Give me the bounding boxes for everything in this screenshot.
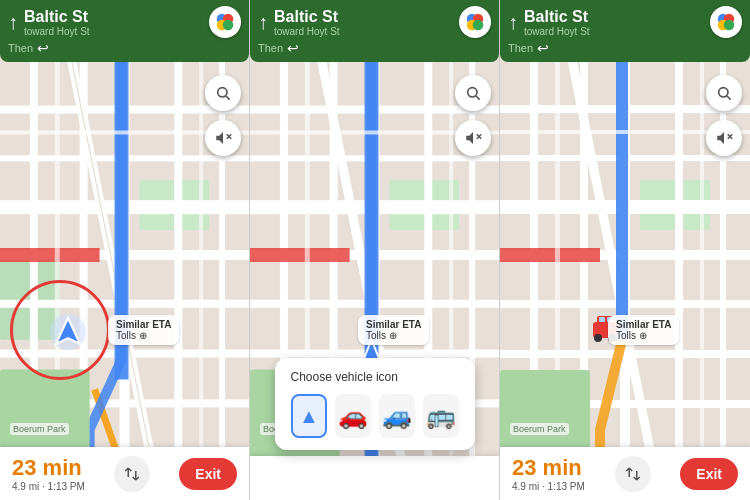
- turn-icon-mid: ↩: [287, 40, 299, 56]
- similar-eta-right: Similar ETA: [616, 319, 671, 330]
- svg-rect-82: [700, 0, 704, 500]
- vehicle-option-car[interactable]: 🚗: [335, 394, 371, 438]
- nav-header-right: ↑ Baltic St toward Hoyt St Then ↩: [500, 0, 750, 62]
- vehicle-option-suv[interactable]: 🚙: [379, 394, 415, 438]
- tolls-mid: Tolls ⊕: [366, 330, 421, 341]
- vehicle-chooser: Choose vehicle icon ▲ 🚗 🚙 🚌: [275, 358, 475, 450]
- svg-point-27: [223, 20, 234, 31]
- eta-time-left: 23 min: [12, 455, 85, 481]
- eta-detail-right: 4.9 mi · 1:13 PM: [512, 481, 585, 492]
- park-label-right: Boerum Park: [510, 423, 569, 435]
- up-arrow-icon: ↑: [8, 11, 18, 34]
- svg-rect-19: [0, 248, 100, 262]
- tolls-right: Tolls ⊕: [616, 330, 671, 341]
- svg-point-93: [724, 20, 735, 31]
- search-button-mid[interactable]: [455, 75, 491, 111]
- toward-label-mid: toward Hoyt St: [274, 26, 340, 37]
- mic-button-mid[interactable]: [459, 6, 491, 38]
- turn-icon-left: ↩: [37, 40, 49, 56]
- vehicle-options: ▲ 🚗 🚙 🚌: [291, 394, 459, 438]
- svg-rect-13: [174, 1, 182, 499]
- vehicle-option-arrow[interactable]: ▲: [291, 394, 328, 438]
- mute-button-left[interactable]: [205, 120, 241, 156]
- search-button-right[interactable]: [706, 75, 742, 111]
- svg-rect-79: [500, 248, 600, 262]
- mute-button-right[interactable]: [706, 120, 742, 156]
- street-name-left: Baltic St: [24, 8, 90, 26]
- then-label-left: Then: [8, 42, 33, 54]
- svg-point-94: [719, 88, 728, 97]
- eta-time-right: 23 min: [512, 455, 585, 481]
- search-button-left[interactable]: [205, 75, 241, 111]
- eta-info-right: 23 min 4.9 mi · 1:13 PM: [512, 455, 585, 492]
- route-card-mid: Similar ETA Tolls ⊕: [358, 315, 429, 345]
- svg-line-61: [476, 96, 480, 100]
- eta-info-left: 23 min 4.9 mi · 1:13 PM: [12, 455, 85, 492]
- vehicle-option-van[interactable]: 🚌: [423, 394, 459, 438]
- panel-left: ↑ Baltic St toward Hoyt St Then ↩: [0, 0, 250, 500]
- svg-rect-88: [599, 317, 605, 322]
- mute-button-mid[interactable]: [455, 120, 491, 156]
- eta-detail-left: 4.9 mi · 1:13 PM: [12, 481, 85, 492]
- svg-rect-50: [250, 248, 350, 262]
- bottom-bar-mid: [250, 456, 499, 500]
- svg-point-59: [473, 20, 484, 31]
- up-arrow-icon-right: ↑: [508, 11, 518, 34]
- bottom-bar-left: 23 min 4.9 mi · 1:13 PM Exit: [0, 447, 249, 500]
- svg-rect-23: [0, 370, 90, 460]
- svg-line-95: [727, 96, 731, 100]
- nav-arrow-left: [48, 312, 88, 356]
- similar-eta-left: Similar ETA: [116, 319, 171, 330]
- route-card-right: Similar ETA Tolls ⊕: [608, 315, 679, 345]
- svg-rect-22: [199, 1, 203, 499]
- svg-point-60: [468, 88, 477, 97]
- nav-header-left: ↑ Baltic St toward Hoyt St Then ↩: [0, 0, 249, 62]
- panel-middle: ↑ Baltic St toward Hoyt St Then ↩: [250, 0, 500, 500]
- svg-rect-76: [675, 0, 683, 500]
- svg-line-29: [226, 96, 230, 100]
- tolls-left: Tolls ⊕: [116, 330, 171, 341]
- street-name-right: Baltic St: [524, 8, 590, 26]
- nav-header-middle: ↑ Baltic St toward Hoyt St Then ↩: [250, 0, 499, 62]
- panel-right: ↑ Baltic St toward Hoyt St Then ↩: [500, 0, 750, 500]
- route-card-left: Similar ETA Tolls ⊕: [108, 315, 179, 345]
- route-switch-right[interactable]: [615, 456, 651, 492]
- svg-point-86: [594, 334, 602, 342]
- mic-button-left[interactable]: [209, 6, 241, 38]
- toward-label-left: toward Hoyt St: [24, 26, 90, 37]
- route-switch-left[interactable]: [114, 456, 150, 492]
- turn-icon-right: ↩: [537, 40, 549, 56]
- up-arrow-icon-mid: ↑: [258, 11, 268, 34]
- similar-eta-mid: Similar ETA: [366, 319, 421, 330]
- chooser-title: Choose vehicle icon: [291, 370, 459, 384]
- svg-point-28: [218, 88, 227, 97]
- then-label-right: Then: [508, 42, 533, 54]
- toward-label-right: toward Hoyt St: [524, 26, 590, 37]
- mic-button-right[interactable]: [710, 6, 742, 38]
- exit-button-right[interactable]: Exit: [680, 458, 738, 490]
- then-label-mid: Then: [258, 42, 283, 54]
- street-name-mid: Baltic St: [274, 8, 340, 26]
- exit-button-left[interactable]: Exit: [179, 458, 237, 490]
- bottom-bar-right: 23 min 4.9 mi · 1:13 PM Exit: [500, 447, 750, 500]
- park-label-left: Boerum Park: [10, 423, 69, 435]
